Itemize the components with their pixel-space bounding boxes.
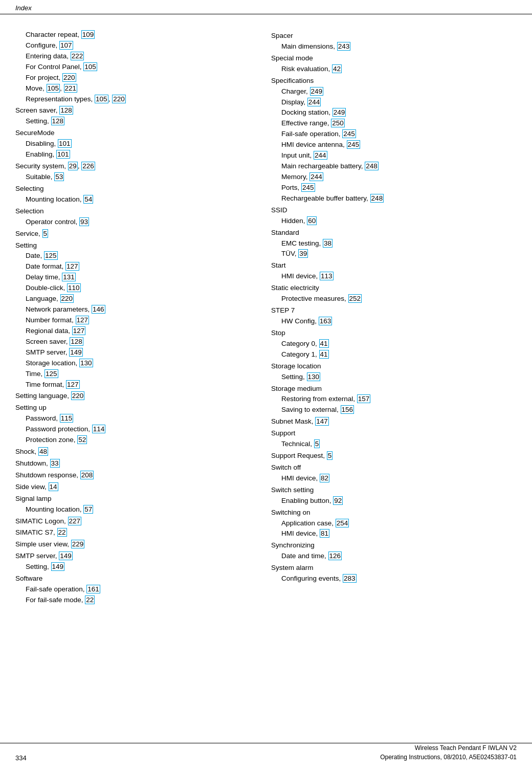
page-ref[interactable]: 128 [59, 106, 73, 115]
page-ref[interactable]: 149 [59, 552, 73, 560]
page-ref[interactable]: 146 [92, 305, 105, 314]
page-ref[interactable]: 222 [71, 52, 84, 60]
page-ref[interactable]: 107 [59, 41, 73, 50]
page-ref[interactable]: 38 [323, 239, 332, 248]
page-ref[interactable]: 81 [320, 529, 329, 538]
page-ref[interactable]: 147 [315, 417, 329, 426]
page-ref[interactable]: 5 [327, 451, 333, 460]
page-ref[interactable]: 126 [328, 552, 342, 560]
page-ref[interactable]: 105 [83, 62, 97, 71]
page-ref[interactable]: 245 [347, 140, 361, 149]
page-ref[interactable]: 250 [331, 119, 345, 127]
entry-label: Number format, [26, 316, 76, 324]
page-ref[interactable]: 125 [44, 251, 58, 260]
page-ref[interactable]: 14 [49, 482, 58, 491]
page-ref[interactable]: 244 [307, 98, 321, 106]
page-ref[interactable]: 243 [337, 42, 351, 51]
entry-label: Display, [281, 98, 307, 106]
index-entry: Charger, 249 [271, 86, 517, 97]
index-entry: HMI device, 82 [271, 473, 517, 484]
index-entry: Storage location [271, 361, 517, 372]
page-ref[interactable]: 60 [307, 216, 317, 225]
page-ref[interactable]: 249 [310, 87, 324, 96]
entry-label: Software [15, 575, 42, 582]
page-ref[interactable]: 92 [333, 496, 343, 505]
page-ref[interactable]: 163 [319, 317, 332, 325]
page-ref[interactable]: 245 [301, 183, 315, 192]
index-entry: Configure, 107 [15, 40, 256, 51]
page-ref[interactable]: 221 [64, 84, 78, 93]
page-ref[interactable]: 127 [66, 380, 80, 389]
page-ref[interactable]: 161 [86, 585, 100, 593]
page-ref[interactable]: 101 [58, 139, 72, 148]
page-ref[interactable]: 39 [298, 249, 308, 258]
index-entry: Category 0, 41 [271, 339, 517, 349]
page-ref[interactable]: 109 [81, 30, 95, 39]
page-ref[interactable]: 245 [342, 129, 356, 138]
page-ref[interactable]: 114 [92, 425, 106, 433]
page-ref[interactable]: 53 [54, 172, 64, 181]
page-ref[interactable]: 127 [72, 326, 86, 335]
page-ref[interactable]: 52 [77, 435, 87, 444]
page-ref[interactable]: 149 [51, 562, 65, 571]
page-ref[interactable]: 208 [80, 471, 94, 479]
page-ref[interactable]: 42 [332, 64, 342, 73]
page-ref[interactable]: 127 [76, 316, 90, 324]
page-ref[interactable]: 249 [332, 108, 346, 117]
page-ref[interactable]: 220 [60, 294, 74, 303]
page-ref[interactable]: 149 [69, 348, 83, 357]
page-ref[interactable]: 29 [68, 162, 78, 170]
page-ref[interactable]: 252 [348, 294, 362, 303]
page-ref[interactable]: 226 [81, 162, 95, 170]
page-ref[interactable]: 82 [320, 474, 329, 482]
page-ref[interactable]: 54 [83, 195, 93, 204]
page-ref[interactable]: 110 [67, 283, 81, 292]
page-ref[interactable]: 156 [341, 405, 354, 414]
page-ref[interactable]: 248 [365, 162, 379, 170]
entry-label: Shock, [15, 448, 38, 455]
page-ref[interactable]: 41 [319, 339, 329, 348]
index-entry: Fail-safe operation, 245 [271, 129, 517, 140]
page-ref[interactable]: 220 [71, 391, 85, 400]
page-ref[interactable]: 127 [65, 262, 79, 271]
page-ref[interactable]: 113 [320, 272, 334, 280]
page-ref[interactable]: 157 [357, 394, 371, 403]
page-ref[interactable]: 229 [71, 540, 85, 548]
page-ref[interactable]: 5 [314, 439, 320, 448]
page-ref[interactable]: 254 [336, 519, 349, 527]
page-ref[interactable]: 244 [314, 151, 327, 160]
page-ref[interactable]: 41 [319, 350, 329, 359]
page-ref[interactable]: 22 [85, 595, 95, 604]
page-ref[interactable]: 128 [51, 117, 65, 125]
index-entry: Display, 244 [271, 97, 517, 108]
page-ref[interactable]: 131 [62, 273, 76, 281]
page-ref[interactable]: 128 [70, 337, 83, 346]
entry-label: Switching on [271, 509, 311, 516]
page-ref[interactable]: 220 [62, 73, 76, 82]
page-ref[interactable]: 244 [309, 172, 323, 181]
page-ref[interactable]: 130 [79, 359, 93, 367]
page-ref[interactable]: 57 [83, 505, 93, 514]
page-ref[interactable]: 115 [60, 414, 74, 423]
page-ref[interactable]: 93 [79, 217, 89, 226]
page-ref[interactable]: 105 [95, 95, 108, 103]
page-ref[interactable]: 125 [45, 369, 58, 378]
page-ref[interactable]: 220 [112, 95, 126, 103]
entry-label: HMI device, [281, 272, 320, 280]
index-entry: Protective measures, 252 [271, 294, 517, 304]
page-ref[interactable]: 48 [38, 447, 48, 456]
page-ref[interactable]: 105 [47, 84, 60, 93]
index-entry: Restoring from external, 157 [271, 394, 517, 405]
index-entry: Date, 125 [15, 251, 256, 261]
page-ref[interactable]: 283 [343, 574, 357, 583]
page-ref[interactable]: 33 [50, 459, 60, 468]
page-ref[interactable]: 130 [307, 372, 321, 381]
index-entry: SMTP server, 149 [15, 347, 256, 358]
page-ref[interactable]: 101 [56, 150, 70, 159]
page-ref[interactable]: 248 [370, 194, 384, 203]
index-entry: Standard [271, 228, 517, 238]
index-entry: HW Config, 163 [271, 316, 517, 327]
page-ref[interactable]: 22 [57, 528, 67, 537]
page-ref[interactable]: 5 [42, 229, 49, 238]
page-ref[interactable]: 227 [68, 517, 82, 525]
